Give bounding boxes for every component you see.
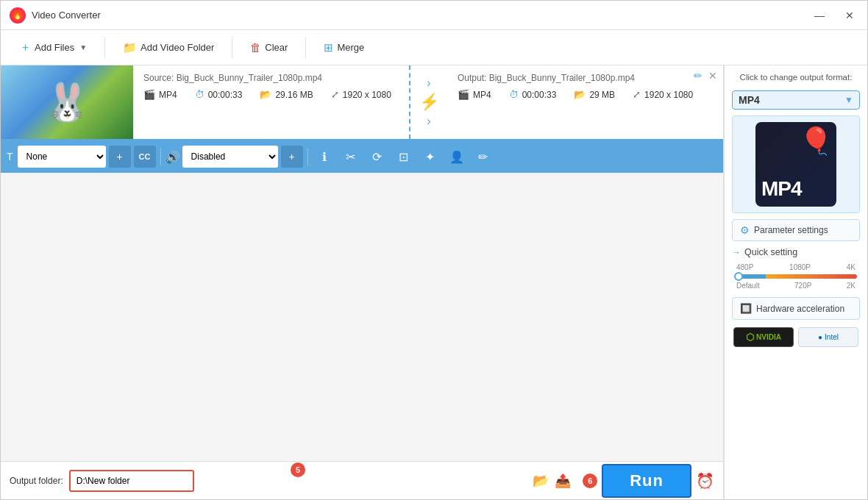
subtitle-edit-button[interactable]: ✏: [472, 145, 495, 168]
output-duration-item: ⏱ 00:00:33: [509, 89, 557, 100]
output-duration: 00:00:33: [522, 90, 557, 100]
audio-select-wrapper: 🔊 Disabled: [166, 146, 278, 168]
output-resolution: 1920 x 1080: [644, 90, 693, 100]
remove-file-button[interactable]: ✕: [708, 70, 717, 82]
source-size: 29.16 MB: [275, 90, 313, 100]
cc-button[interactable]: CC: [134, 146, 156, 168]
hw-accel-label: Hardware acceleration: [756, 304, 844, 314]
folder-size-icon: 📂: [260, 89, 271, 100]
alarm-button[interactable]: ⏰: [696, 472, 714, 490]
browse-folder-button[interactable]: 📂: [533, 473, 549, 489]
output-folder-label: Output folder:: [10, 476, 63, 486]
close-button[interactable]: ✕: [841, 8, 858, 23]
output-format-item: 🎬 MP4: [458, 89, 491, 100]
add-files-label: Add Files: [35, 42, 74, 53]
app-title: Video Converter: [32, 10, 101, 21]
badge-5: 5: [291, 463, 305, 477]
merge-label: Merge: [337, 42, 364, 53]
quick-setting-icon: →: [732, 247, 741, 257]
label-480p: 480P: [736, 263, 753, 271]
output-filename: Output: Big_Buck_Bunny_Trailer_1080p.mp4: [458, 73, 713, 83]
output-meta: 🎬 MP4 ⏱ 00:00:33 📂 29 MB: [458, 89, 713, 100]
intel-button[interactable]: ● Intel: [798, 327, 858, 347]
arrow-right-2: ›: [427, 115, 430, 128]
merge-icon: ⊞: [324, 41, 333, 54]
info-button[interactable]: ℹ: [313, 145, 336, 168]
add-files-button[interactable]: ＋ Add Files ▼: [10, 36, 97, 59]
controls-sep-1: [160, 148, 161, 165]
param-icon: ⚙: [740, 224, 750, 236]
output-folder-icon: 📂: [574, 89, 586, 100]
controls-sep-2: [307, 148, 308, 165]
quick-setting-label: Quick setting: [744, 247, 797, 257]
source-info: Source: Big_Buck_Bunny_Trailer_1080p.mp4…: [133, 65, 410, 139]
merge-button[interactable]: ⊞ Merge: [313, 37, 374, 59]
arrow-right-1: ›: [427, 76, 430, 90]
cut-button[interactable]: ✂: [339, 145, 363, 168]
right-panel: Click to change output format: MP4 ▼ MP4…: [724, 65, 867, 499]
watermark-button[interactable]: 👤: [445, 145, 469, 168]
hw-icon: 🔲: [740, 303, 752, 314]
parameter-settings-button[interactable]: ⚙ Parameter settings: [732, 219, 860, 241]
trash-icon: 🗑: [250, 41, 261, 54]
format-selector[interactable]: MP4 ▼: [732, 90, 860, 110]
gpu-buttons: ⬡ NVIDIA ● Intel: [732, 326, 860, 349]
content-area: 🐰 Source: Big_Buck_Bunny_Trailer_1080p.m…: [1, 65, 724, 499]
add-subtitle-button[interactable]: +: [109, 146, 131, 168]
clear-label: Clear: [265, 42, 288, 53]
effect-button[interactable]: ✦: [419, 145, 442, 168]
output-info: Output: Big_Buck_Bunny_Trailer_1080p.mp4…: [447, 65, 723, 139]
label-1080p: 1080P: [789, 263, 811, 271]
source-duration-item: ⏱ 00:00:33: [195, 89, 243, 100]
add-files-dropdown-arrow[interactable]: ▼: [79, 43, 87, 51]
intel-label: Intel: [825, 333, 839, 341]
source-resolution-item: ⤢ 1920 x 1080: [331, 89, 391, 100]
quality-labels-bottom: Default 720P 2K: [735, 282, 857, 290]
audio-select[interactable]: Disabled: [182, 146, 278, 168]
subtitle-icon: T: [7, 151, 13, 162]
audio-edit-button[interactable]: ⟳: [366, 145, 389, 168]
hardware-acceleration-button[interactable]: 🔲 Hardware acceleration: [732, 297, 860, 320]
source-format-item: 🎬 MP4: [143, 89, 177, 100]
file-list: 🐰 Source: Big_Buck_Bunny_Trailer_1080p.m…: [1, 65, 723, 140]
add-folder-button[interactable]: 📁 Add Video Folder: [113, 37, 224, 59]
add-folder-label: Add Video Folder: [140, 42, 214, 53]
output-size-item: 📂 29 MB: [574, 89, 615, 100]
conversion-arrow-area: › ⚡ ›: [410, 65, 447, 139]
quality-slider-thumb[interactable]: [734, 272, 743, 281]
lightning-icon: ⚡: [419, 93, 439, 112]
app-icon: 🔥: [10, 7, 26, 24]
quality-slider-container: 480P 1080P 4K Default 720P 2K: [732, 262, 860, 291]
add-audio-button[interactable]: +: [281, 146, 303, 168]
nvidia-button[interactable]: ⬡ NVIDIA: [733, 327, 794, 347]
audio-icon: 🔊: [166, 150, 180, 164]
resolution-icon: ⤢: [331, 89, 339, 100]
output-size: 29 MB: [589, 90, 615, 100]
intel-logo: ●: [818, 333, 822, 341]
subtitle-select[interactable]: None: [18, 146, 106, 168]
output-resolution-item: ⤢ 1920 x 1080: [633, 89, 693, 100]
toolbar: ＋ Add Files ▼ 📁 Add Video Folder 🗑 Clear…: [1, 30, 867, 65]
plus-icon: ＋: [20, 40, 31, 54]
file-row: 🐰 Source: Big_Buck_Bunny_Trailer_1080p.m…: [1, 65, 723, 139]
label-720p: 720P: [794, 282, 811, 290]
run-button[interactable]: Run: [602, 464, 691, 498]
toolbar-sep-1: [104, 38, 105, 58]
minimize-button[interactable]: —: [810, 8, 829, 23]
empty-file-area: [1, 173, 723, 461]
thumbnail-image: 🐰: [1, 65, 133, 139]
file-thumbnail: 🐰: [1, 65, 133, 139]
source-resolution: 1920 x 1080: [343, 90, 391, 100]
bunny-icon: 🐰: [44, 81, 90, 124]
output-path-input[interactable]: [69, 470, 194, 492]
crop-button[interactable]: ⊡: [392, 145, 416, 168]
export-button[interactable]: 📤: [555, 473, 571, 489]
toolbar-sep-3: [305, 38, 306, 58]
quality-slider-track[interactable]: [735, 274, 857, 279]
edit-output-button[interactable]: ✏: [694, 70, 702, 82]
run-section: 6 Run ⏰: [577, 464, 714, 498]
mp4-text: MP4: [761, 177, 802, 201]
source-meta: 🎬 MP4 ⏱ 00:00:33 📂 29.16 MB: [143, 89, 399, 100]
clear-button[interactable]: 🗑 Clear: [240, 37, 298, 58]
output-format: MP4: [473, 90, 491, 100]
